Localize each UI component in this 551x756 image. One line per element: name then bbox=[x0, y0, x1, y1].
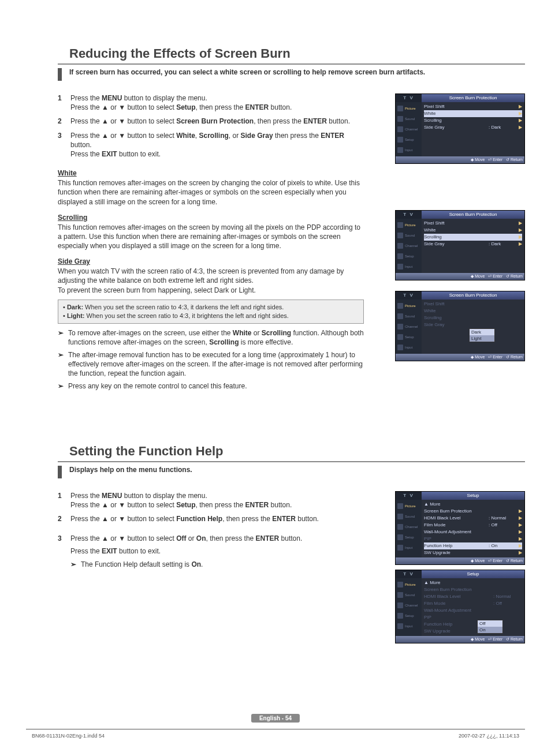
arrow-icon: ➢ bbox=[58, 328, 68, 347]
arrow-icon: ➢ bbox=[70, 560, 81, 569]
section2-intro: Displays help on the menu functions. bbox=[69, 466, 192, 475]
step: 3 Press the ▲ or ▼ button to select Off … bbox=[58, 534, 364, 572]
footer-filename: BN68-01131N-02Eng-1.indd 54 bbox=[32, 733, 105, 739]
step: 3 Press the ▲ or ▼ button to select Whit… bbox=[58, 131, 364, 159]
scrolling-paragraph: This function removes after-images on th… bbox=[58, 223, 364, 251]
section1-steps: 1 Press the MENU button to display the m… bbox=[58, 93, 364, 159]
osd-side-channel: Channel bbox=[396, 124, 422, 134]
step: 1 Press the MENU button to display the m… bbox=[58, 491, 364, 510]
osd-title: Screen Burn Protection bbox=[422, 94, 524, 102]
page-number-pill: English - 54 bbox=[251, 714, 300, 723]
osd-panel-sbp-white: T VScreen Burn Protection Picture Sound … bbox=[395, 93, 525, 164]
osd-side-sound: Sound bbox=[396, 114, 422, 124]
step-number: 3 bbox=[58, 534, 70, 572]
osd-row-side-gray: Side Gray: Dark▶ bbox=[424, 124, 522, 131]
step-number: 2 bbox=[58, 117, 70, 126]
scrolling-heading: Scrolling bbox=[58, 214, 364, 222]
osd-sidebar: Picture Sound Channel Setup Input bbox=[396, 102, 422, 156]
osd-row-white: White▶ bbox=[424, 110, 522, 117]
sidegray-heading: Side Gray bbox=[58, 257, 364, 265]
osd-tv-label: T V bbox=[396, 94, 422, 102]
accent-bar-icon bbox=[58, 68, 62, 81]
accent-bar-icon bbox=[58, 466, 62, 478]
arrow-icon: ➢ bbox=[58, 381, 68, 391]
osd-option-light: Light bbox=[470, 335, 494, 342]
footer-rule bbox=[26, 729, 525, 729]
section1-header: Reducing the Effects of Screen Burn If s… bbox=[58, 46, 525, 81]
step-number: 1 bbox=[58, 93, 70, 112]
osd-option-dark: Dark bbox=[470, 329, 494, 335]
osd-row-pixel-shift: Pixel Shift▶ bbox=[424, 103, 522, 110]
arrow-icon: ➢ bbox=[58, 350, 68, 379]
osd-function-help-dropdown: Off On bbox=[477, 620, 503, 634]
note-item: ➢ The after-image removal function has t… bbox=[58, 350, 364, 379]
section2-header: Setting the Function Help Displays help … bbox=[58, 444, 525, 478]
osd-sidegray-dropdown: Dark Light bbox=[469, 328, 495, 342]
step: 2 Press the ▲ or ▼ button to select Func… bbox=[58, 514, 364, 523]
osd-menu: Pixel Shift▶ White▶ Scrolling▶ Side Gray… bbox=[422, 102, 524, 156]
osd-side-picture: Picture bbox=[396, 103, 422, 114]
picture-icon bbox=[397, 106, 403, 111]
osd-side-input: Input bbox=[396, 145, 422, 155]
osd-panel-setup-fh-dropdown: T VSetup Picture Sound Channel Setup Inp… bbox=[395, 570, 525, 643]
osd-panel-setup-fh-on: T VSetup Picture Sound Channel Setup Inp… bbox=[395, 491, 525, 565]
osd-panel-sbp-scrolling: T VScreen Burn Protection Picture Sound … bbox=[395, 210, 525, 280]
sidegray-paragraph-1: When you watch TV with the screen ratio … bbox=[58, 267, 364, 285]
section1-osd-column: T VScreen Burn Protection Picture Sound … bbox=[395, 93, 525, 372]
section1-rule bbox=[58, 63, 525, 65]
note-item: ➢ Press any key on the remote control to… bbox=[58, 381, 364, 391]
section2-steps: 1 Press the MENU button to display the m… bbox=[58, 491, 364, 572]
section2-rule bbox=[58, 461, 525, 462]
section1-body: 1 Press the MENU button to display the m… bbox=[58, 93, 364, 395]
osd-footer: ◆ Move⏎ Enter↺ Return bbox=[396, 156, 524, 163]
step: 1 Press the MENU button to display the m… bbox=[58, 93, 364, 112]
note-item: ➢ To remove after-images on the screen, … bbox=[58, 328, 364, 347]
white-heading: White bbox=[58, 169, 364, 177]
section2-body: 1 Press the MENU button to display the m… bbox=[58, 491, 364, 583]
section1-notes: ➢ To remove after-images on the screen, … bbox=[58, 328, 364, 391]
step-number: 3 bbox=[58, 131, 70, 159]
section1-intro: If screen burn has occurred, you can sel… bbox=[69, 68, 425, 77]
sound-icon bbox=[397, 116, 403, 122]
osd-panel-sbp-sidegray: T VScreen Burn Protection Picture Sound … bbox=[395, 291, 525, 361]
sidegray-paragraph-2: To prevent the screen burn from happenin… bbox=[58, 286, 364, 295]
channel-icon bbox=[397, 126, 403, 132]
step-number: 2 bbox=[58, 514, 70, 523]
step: 2 Press the ▲ or ▼ button to select Scre… bbox=[58, 117, 364, 126]
osd-option-on: On bbox=[478, 627, 502, 633]
footer-meta: BN68-01131N-02Eng-1.indd 54 2007-02-27 ¿… bbox=[32, 733, 519, 739]
footer-timestamp: 2007-02-27 ¿¿¿, 11:14:13 bbox=[459, 733, 519, 739]
section2-title: Setting the Function Help bbox=[58, 444, 525, 459]
sidegray-note-box: • Dark: When you set the screen ratio to… bbox=[58, 300, 364, 324]
note-item: ➢ The Function Help default setting is O… bbox=[70, 560, 364, 569]
setup-icon bbox=[397, 137, 403, 143]
section2-osd-column: T VSetup Picture Sound Channel Setup Inp… bbox=[395, 491, 525, 654]
white-paragraph: This function removes after-images on th… bbox=[58, 178, 364, 207]
step-number: 1 bbox=[58, 491, 70, 510]
manual-page: Reducing the Effects of Screen Burn If s… bbox=[0, 0, 551, 756]
section1-title: Reducing the Effects of Screen Burn bbox=[58, 46, 525, 61]
osd-row-scrolling: Scrolling▶ bbox=[424, 117, 522, 124]
input-icon bbox=[397, 147, 403, 153]
osd-side-setup: Setup bbox=[396, 134, 422, 145]
osd-option-off: Off bbox=[478, 620, 502, 627]
